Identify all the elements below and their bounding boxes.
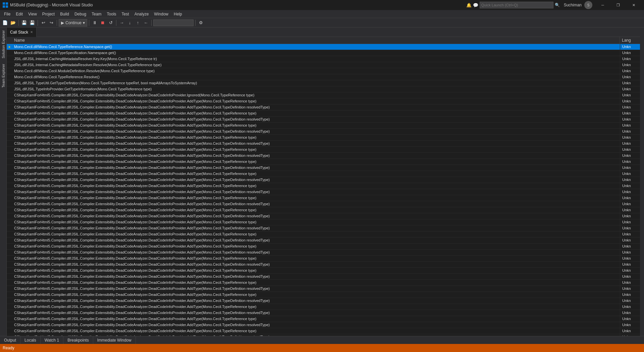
bottom-tab-watch-1[interactable]: Watch 1 [41, 336, 64, 344]
table-row[interactable]: CSharpXamlForHtml5.Compiler.dll!JSIL.Com… [7, 310, 640, 316]
table-row[interactable]: CSharpXamlForHtml5.Compiler.dll!JSIL.Com… [7, 141, 640, 147]
call-stack-row-lang: Unkn [620, 262, 640, 267]
step-over-button[interactable]: → [118, 19, 125, 27]
table-row[interactable]: CSharpXamlForHtml5.Compiler.dll!JSIL.Com… [7, 135, 640, 141]
save-button[interactable]: 💾 [20, 19, 28, 27]
status-bar: Ready [0, 344, 644, 352]
solution-explorer-side-tab[interactable]: Solution Explorer [1, 28, 6, 61]
table-row[interactable]: CSharpXamlForHtml5.Compiler.dll!JSIL.Com… [7, 147, 640, 153]
table-row[interactable]: CSharpXamlForHtml5.Compiler.dll!JSIL.Com… [7, 98, 640, 104]
table-row[interactable]: CSharpXamlForHtml5.Compiler.dll!JSIL.Com… [7, 123, 640, 129]
table-row[interactable]: JSIL.dll!JSIL.Internal.CachingMetadataRe… [7, 56, 640, 62]
table-row[interactable]: CSharpXamlForHtml5.Compiler.dll!JSIL.Com… [7, 322, 640, 328]
table-row[interactable]: CSharpXamlForHtml5.Compiler.dll!JSIL.Com… [7, 225, 640, 231]
table-row[interactable]: CSharpXamlForHtml5.Compiler.dll!JSIL.Com… [7, 129, 640, 135]
menu-item-analyze[interactable]: Analyze [132, 10, 152, 18]
table-row[interactable]: CSharpXamlForHtml5.Compiler.dll!JSIL.Com… [7, 189, 640, 195]
table-row[interactable]: JSIL.dll!JSIL.TypeUtil.GetTypeDefinition… [7, 80, 640, 86]
table-row[interactable]: CSharpXamlForHtml5.Compiler.dll!JSIL.Com… [7, 244, 640, 250]
restart-button[interactable]: ↺ [107, 19, 114, 27]
app-title: MSBuild (Debugging) - Microsoft Visual S… [10, 3, 466, 7]
more-debug-btn[interactable]: ⚙ [197, 19, 205, 27]
bottom-tab-breakpoints[interactable]: Breakpoints [63, 336, 93, 344]
menu-item-window[interactable]: Window [151, 10, 171, 18]
step-back-button[interactable]: ← [142, 19, 150, 27]
table-row[interactable]: CSharpXamlForHtml5.Compiler.dll!JSIL.Com… [7, 207, 640, 213]
table-row[interactable]: Mono.Cecil.dll!Mono.Cecil.TypeSpecificat… [7, 50, 640, 56]
close-button[interactable]: ✕ [626, 0, 641, 10]
menu-item-test[interactable]: Test [119, 10, 132, 18]
bottom-tab-output[interactable]: Output [0, 336, 20, 344]
table-row[interactable]: CSharpXamlForHtml5.Compiler.dll!JSIL.Com… [7, 183, 640, 189]
table-row[interactable]: CSharpXamlForHtml5.Compiler.dll!JSIL.Com… [7, 304, 640, 310]
table-row[interactable]: CSharpXamlForHtml5.Compiler.dll!JSIL.Com… [7, 328, 640, 334]
table-row[interactable]: CSharpXamlForHtml5.Compiler.dll!JSIL.Com… [7, 286, 640, 292]
table-row[interactable]: CSharpXamlForHtml5.Compiler.dll!JSIL.Com… [7, 316, 640, 322]
table-row[interactable]: CSharpXamlForHtml5.Compiler.dll!JSIL.Com… [7, 298, 640, 304]
table-row[interactable]: JSIL.dll!JSIL.Internal.CachingMetadataRe… [7, 62, 640, 68]
table-row[interactable]: CSharpXamlForHtml5.Compiler.dll!JSIL.Com… [7, 250, 640, 256]
table-row[interactable]: ➤Mono.Cecil.dll!Mono.Cecil.TypeReference… [7, 44, 640, 50]
menu-item-help[interactable]: Help [171, 10, 185, 18]
table-row[interactable]: CSharpXamlForHtml5.Compiler.dll!JSIL.Com… [7, 104, 640, 111]
table-row[interactable]: CSharpXamlForHtml5.Compiler.dll!JSIL.Com… [7, 262, 640, 268]
stop-button[interactable]: ⏹ [99, 19, 106, 27]
menu-item-build[interactable]: Build [57, 10, 72, 18]
continue-button[interactable]: ▶ Continue ▾ [59, 19, 87, 27]
step-out-button[interactable]: ↑ [134, 19, 142, 27]
current-frame-arrow [7, 274, 12, 279]
call-stack-row-name: CSharpXamlForHtml5.Compiler.dll!JSIL.Com… [12, 244, 620, 249]
table-row[interactable]: CSharpXamlForHtml5.Compiler.dll!JSIL.Com… [7, 153, 640, 159]
table-row[interactable]: CSharpXamlForHtml5.Compiler.dll!JSIL.Com… [7, 237, 640, 244]
table-row[interactable]: CSharpXamlForHtml5.Compiler.dll!JSIL.Com… [7, 177, 640, 183]
menu-item-debug[interactable]: Debug [72, 10, 89, 18]
current-frame-arrow [7, 111, 12, 116]
new-project-button[interactable]: 📄 [1, 19, 9, 27]
table-row[interactable]: CSharpXamlForHtml5.Compiler.dll!JSIL.Com… [7, 213, 640, 219]
current-frame-arrow [7, 280, 12, 285]
undo-button[interactable]: ↩ [40, 19, 47, 27]
call-stack-row-name: Mono.Cecil.dll!Mono.Cecil.TypeReference.… [12, 44, 620, 50]
table-row[interactable]: CSharpXamlForHtml5.Compiler.dll!JSIL.Com… [7, 195, 640, 201]
call-stack-table[interactable]: Name Lang ➤Mono.Cecil.dll!Mono.Cecil.Typ… [7, 37, 640, 336]
debug-search-input[interactable] [153, 19, 194, 26]
table-row[interactable]: CSharpXamlForHtml5.Compiler.dll!JSIL.Com… [7, 219, 640, 225]
bottom-tab-locals[interactable]: Locals [20, 336, 41, 344]
table-row[interactable]: CSharpXamlForHtml5.Compiler.dll!JSIL.Com… [7, 117, 640, 123]
table-row[interactable]: Mono.Cecil.dll!Mono.Cecil.TypeReference.… [7, 74, 640, 80]
step-into-button[interactable]: ↓ [126, 19, 133, 27]
quick-launch-input[interactable] [480, 2, 553, 8]
table-row[interactable]: CSharpXamlForHtml5.Compiler.dll!JSIL.Com… [7, 165, 640, 171]
save-all-button[interactable]: 💾 [29, 19, 36, 27]
call-stack-tab[interactable]: Call Stack ✕ [7, 28, 37, 37]
menu-item-edit[interactable]: Edit [13, 10, 25, 18]
table-row[interactable]: CSharpXamlForHtml5.Compiler.dll!JSIL.Com… [7, 171, 640, 177]
table-row[interactable]: CSharpXamlForHtml5.Compiler.dll!JSIL.Com… [7, 256, 640, 262]
menu-item-tools[interactable]: Tools [104, 10, 119, 18]
table-row[interactable]: CSharpXamlForHtml5.Compiler.dll!JSIL.Com… [7, 231, 640, 237]
right-scrollbar[interactable] [640, 28, 644, 336]
table-row[interactable]: Mono.Cecil.dll!Mono.Cecil.ModuleDefiniti… [7, 68, 640, 74]
redo-button[interactable]: ↪ [48, 19, 55, 27]
call-stack-close-icon[interactable]: ✕ [30, 30, 33, 34]
table-row[interactable]: CSharpXamlForHtml5.Compiler.dll!JSIL.Com… [7, 292, 640, 298]
table-row[interactable]: CSharpXamlForHtml5.Compiler.dll!JSIL.Com… [7, 280, 640, 286]
open-button[interactable]: 📂 [9, 19, 17, 27]
table-row[interactable]: CSharpXamlForHtml5.Compiler.dll!JSIL.Com… [7, 274, 640, 280]
table-row[interactable]: JSIL.dll!JSIL.TypeInfoProvider.GetTypeIn… [7, 86, 640, 92]
minimize-button[interactable]: ─ [595, 0, 610, 10]
menu-item-project[interactable]: Project [40, 10, 57, 18]
table-row[interactable]: CSharpXamlForHtml5.Compiler.dll!JSIL.Com… [7, 268, 640, 274]
menu-item-file[interactable]: File [1, 10, 13, 18]
table-row[interactable]: CSharpXamlForHtml5.Compiler.dll!JSIL.Com… [7, 111, 640, 117]
table-row[interactable]: CSharpXamlForHtml5.Compiler.dll!JSIL.Com… [7, 92, 640, 98]
table-row[interactable]: CSharpXamlForHtml5.Compiler.dll!JSIL.Com… [7, 159, 640, 165]
pause-button[interactable]: ⏸ [91, 19, 98, 27]
team-explorer-side-tab[interactable]: Team Explorer [1, 61, 6, 90]
restore-button[interactable]: ❐ [610, 0, 626, 10]
menu-item-team[interactable]: Team [89, 10, 104, 18]
call-stack-row-lang: Unkn [620, 153, 640, 159]
bottom-tab-immediate-window[interactable]: Immediate Window [93, 336, 136, 344]
table-row[interactable]: CSharpXamlForHtml5.Compiler.dll!JSIL.Com… [7, 201, 640, 207]
menu-item-view[interactable]: View [25, 10, 40, 18]
